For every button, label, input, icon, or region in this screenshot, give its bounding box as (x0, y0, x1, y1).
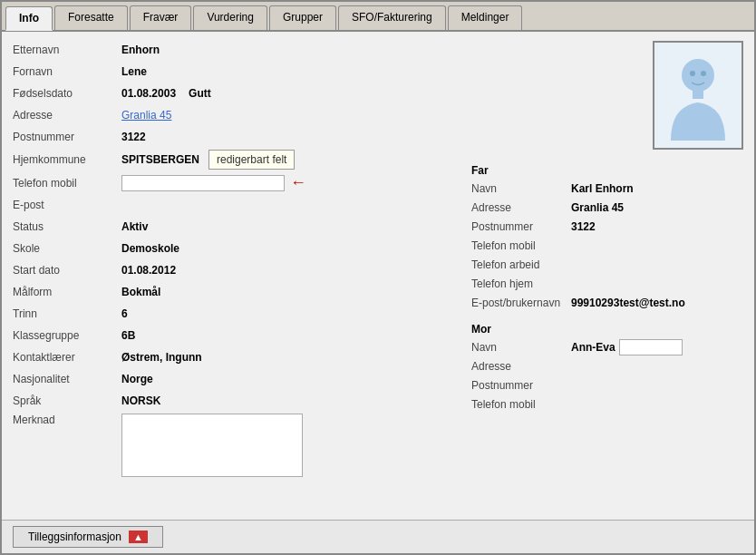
father-postnummer-label: Postnummer (471, 220, 571, 233)
svg-point-3 (701, 71, 706, 76)
malform-value: Bokmål (121, 286, 160, 298)
fornavn-label: Fornavn (13, 65, 121, 78)
hjemkommune-row: Hjemkommune SPITSBERGEN redigerbart felt (13, 150, 457, 170)
kontaktlarer-value: Østrem, Ingunn (121, 351, 202, 364)
postnummer-label: Postnummer (13, 131, 121, 143)
father-navn-value: Karl Enhorn (571, 182, 634, 195)
fodselsdato-label: Fødselsdato (13, 87, 121, 100)
tab-sfo[interactable]: SFO/Fakturering (338, 5, 446, 30)
fornavn-row: Fornavn Lene (13, 63, 457, 81)
mother-navn-label: Navn (471, 341, 571, 354)
mother-telefon-mobil-row: Telefon mobil (471, 396, 743, 413)
skole-value: Demoskole (121, 242, 179, 255)
svg-point-0 (682, 59, 714, 92)
mother-adresse-row: Adresse (471, 358, 743, 375)
hjemkommune-label: Hjemkommune (13, 153, 121, 166)
father-telefon-mobil-label: Telefon mobil (471, 239, 571, 252)
mother-navn-value: Ann-Eva (571, 341, 615, 354)
arrow-icon: ← (290, 173, 306, 192)
adresse-value[interactable]: Granlia 45 (121, 109, 171, 122)
merknad-label: Merknad (13, 414, 121, 426)
etternavn-label: Etternavn (13, 44, 121, 56)
telefon-mobil-label: Telefon mobil (13, 177, 121, 190)
tilleggsinformasjon-button[interactable]: Tilleggsinformasjon ▲ (13, 526, 163, 548)
merknad-row: Merknad (13, 414, 457, 477)
father-adresse-value: Granlia 45 (571, 201, 624, 214)
father-epost-label: E-post/brukernavn (471, 297, 571, 309)
status-value: Aktiv (121, 220, 148, 233)
father-navn-label: Navn (471, 182, 571, 195)
father-telefon-arbeid-row: Telefon arbeid (471, 257, 743, 273)
etternavn-value: Enhorn (121, 44, 160, 56)
kontaktlarer-label: Kontaktlærer (13, 351, 121, 364)
left-column: Etternavn Enhorn Fornavn Lene Fødselsdat… (13, 41, 457, 514)
tab-grupper[interactable]: Grupper (269, 5, 336, 30)
fodselsdato-value: 01.08.2003 (121, 87, 176, 100)
father-telefon-mobil-row: Telefon mobil (471, 238, 743, 254)
father-telefon-hjem-label: Telefon hjem (471, 278, 571, 290)
telefon-mobil-input[interactable] (121, 175, 285, 191)
status-row: Status Aktiv (13, 218, 457, 236)
start-dato-value: 01.08.2012 (121, 264, 176, 277)
person-silhouette (662, 50, 734, 141)
fornavn-value: Lene (121, 65, 147, 78)
content-area: Etternavn Enhorn Fornavn Lene Fødselsdat… (2, 32, 754, 514)
epost-label: E-post (13, 199, 121, 211)
bottom-bar: Tilleggsinformasjon ▲ (2, 520, 754, 553)
father-title: Far (471, 164, 743, 177)
father-postnummer-value: 3122 (571, 220, 596, 233)
mother-adresse-label: Adresse (471, 360, 571, 373)
postnummer-value: 3122 (121, 131, 146, 143)
epost-row: E-post (13, 196, 457, 214)
right-column: Far Navn Karl Enhorn Adresse Granlia 45 … (471, 41, 743, 514)
start-dato-row: Start dato 01.08.2012 (13, 261, 457, 279)
father-postnummer-row: Postnummer 3122 (471, 219, 743, 235)
tab-meldinger[interactable]: Meldinger (448, 5, 523, 30)
gender-value: Gutt (189, 87, 211, 100)
father-epost-row: E-post/brukernavn 99910293test@test.no (471, 295, 743, 311)
father-adresse-row: Adresse Granlia 45 (471, 200, 743, 216)
mother-section: Mor Navn Ann-Eva Adresse Postnummer Tele… (471, 323, 743, 415)
klassegruppe-value: 6B (121, 329, 135, 342)
mother-telefon-mobil-label: Telefon mobil (471, 398, 571, 411)
kontaktlarer-row: Kontaktlærer Østrem, Ingunn (13, 348, 457, 366)
tab-info[interactable]: Info (5, 6, 53, 31)
mother-navn-row: Navn Ann-Eva (471, 339, 743, 355)
svg-point-2 (690, 71, 695, 76)
malform-row: Målform Bokmål (13, 283, 457, 301)
adresse-row: Adresse Granlia 45 (13, 106, 457, 124)
start-dato-label: Start dato (13, 264, 121, 277)
fodselsdato-row: Fødselsdato 01.08.2003 Gutt (13, 84, 457, 102)
father-telefon-arbeid-label: Telefon arbeid (471, 258, 571, 271)
malform-label: Målform (13, 286, 121, 298)
mother-navn-input[interactable] (619, 339, 683, 355)
father-epost-value: 99910293test@test.no (571, 297, 685, 309)
klassegruppe-label: Klassegruppe (13, 329, 121, 342)
skole-label: Skole (13, 242, 121, 255)
trinn-value: 6 (121, 307, 128, 320)
telefon-mobil-row: Telefon mobil ← (13, 173, 457, 192)
mother-postnummer-label: Postnummer (471, 379, 571, 392)
student-photo (653, 41, 743, 150)
father-telefon-hjem-row: Telefon hjem (471, 276, 743, 292)
status-label: Status (13, 220, 121, 233)
tooltip-box: redigerbart felt (208, 150, 295, 170)
trinn-row: Trinn 6 (13, 305, 457, 323)
father-section: Far Navn Karl Enhorn Adresse Granlia 45 … (471, 164, 743, 314)
nasjonalitet-value: Norge (121, 373, 153, 385)
etternavn-row: Etternavn Enhorn (13, 41, 457, 59)
sprak-row: Språk NORSK (13, 392, 457, 410)
adresse-label: Adresse (13, 109, 121, 122)
tab-foresatte[interactable]: Foresatte (54, 5, 128, 30)
sprak-label: Språk (13, 394, 121, 407)
tab-fravar[interactable]: Fravær (130, 5, 192, 30)
hjemkommune-value: SPITSBERGEN (121, 153, 199, 166)
tilleggsinformasjon-label: Tilleggsinformasjon (28, 531, 121, 543)
father-adresse-label: Adresse (471, 201, 571, 214)
tab-bar: Info Foresatte Fravær Vurdering Grupper … (2, 2, 754, 32)
mother-postnummer-row: Postnummer (471, 377, 743, 394)
tab-vurdering[interactable]: Vurdering (193, 5, 267, 30)
skole-row: Skole Demoskole (13, 239, 457, 258)
merknad-textarea[interactable] (121, 414, 303, 477)
trinn-label: Trinn (13, 307, 121, 320)
